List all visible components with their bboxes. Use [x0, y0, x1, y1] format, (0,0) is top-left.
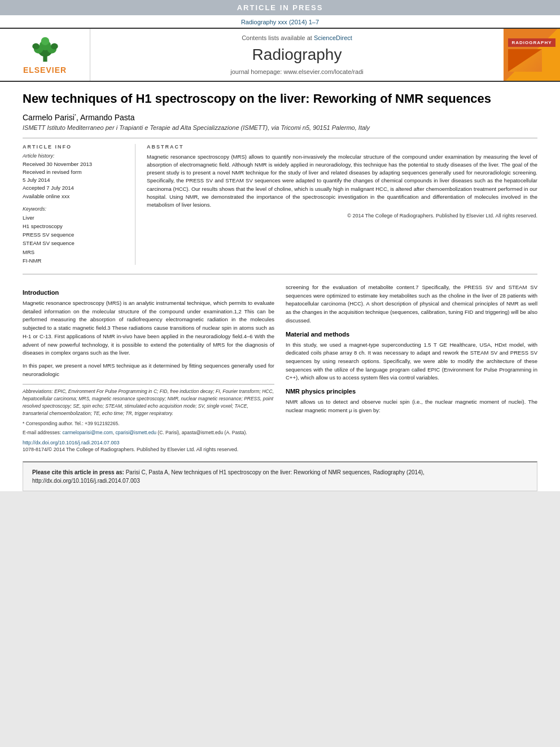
article-history-block: Article history: Received 30 November 20… [23, 153, 126, 200]
methods-p1: In this study, we used a magnet-type sup… [286, 341, 537, 383]
footnote-section: Abbreviations: EPIC, Environment For Pul… [23, 384, 274, 452]
elsevier-tree-icon [23, 35, 68, 63]
divider-2 [23, 274, 537, 274]
banner-text: ARTICLE IN PRESS [237, 3, 323, 12]
citation-text: Radiography xxx (2014) 1–7 [241, 19, 319, 25]
right-p1: screening for the evaluation of metaboli… [286, 283, 537, 325]
nmr-physics-title: NMR physics principles [286, 388, 537, 395]
right-body: screening for the evaluation of metaboli… [286, 283, 537, 325]
elsevier-logo: ELSEVIER [23, 35, 68, 75]
nmr-physics-body: NMR allows us to detect and observe nucl… [286, 398, 537, 414]
article-info-col: ARTICLE INFO Article history: Received 3… [23, 144, 135, 265]
radiography-badge: radiography [508, 38, 555, 47]
journal-title: Radiography [252, 46, 342, 64]
history-label: Article history: [23, 153, 126, 159]
sciencedirect-link[interactable]: ScienceDirect [314, 34, 352, 41]
citation-bar: Please cite this article in press as: Pa… [23, 461, 537, 491]
svg-point-6 [32, 43, 40, 50]
authors-text: Carmelo Parisi*, Armando Pasta [23, 113, 134, 122]
radiography-graphic [508, 49, 542, 72]
keyword-liver: Liver [23, 213, 126, 222]
intro-p2: In this paper, we present a novel MRS te… [23, 362, 274, 378]
received-date: Received 30 November 2013 [23, 160, 126, 168]
footnotes-content: Abbreviations: EPIC, Environment For Pul… [23, 388, 274, 416]
keywords-label: Keywords: [23, 206, 126, 212]
abstract-col: ABSTRACT Magnetic resonance spectroscopy… [147, 144, 537, 265]
keyword-press: PRESS SV sequence [23, 230, 126, 239]
body-left-col: Introduction Magnetic resonance spectros… [23, 283, 274, 452]
abstract-label: ABSTRACT [147, 144, 537, 150]
keyword-h1: H1 spectroscopy [23, 222, 126, 230]
contents-label: Contents lists available at [242, 34, 312, 41]
methods-title: Material and methods [286, 331, 537, 338]
nmr-physics-p1: NMR allows us to detect and observe nucl… [286, 398, 537, 414]
copyright-line: © 2014 The College of Radiographers. Pub… [147, 212, 537, 220]
affiliation: ISMETT Istituto Mediterraneo per i Trapi… [23, 124, 537, 131]
corresponding-label: * Corresponding author. Tel.: +39 912192… [23, 421, 120, 426]
journal-header-right: radiography [504, 29, 560, 81]
intro-p1: Magnetic resonance spectroscopy (MRS) is… [23, 299, 274, 357]
keyword-finmr: FI-NMR [23, 256, 126, 265]
body-columns: Introduction Magnetic resonance spectros… [23, 283, 537, 452]
abstract-paragraph: Magnetic resonance spectroscopy (MRS) al… [147, 153, 537, 209]
svg-point-3 [41, 37, 49, 46]
page: ARTICLE IN PRESS Radiography xxx (2014) … [0, 0, 560, 491]
journal-header-center: Contents lists available at ScienceDirec… [90, 29, 504, 81]
journal-citation: Radiography xxx (2014) 1–7 [0, 15, 560, 28]
email2-link[interactable]: cparisi@ismett.edu [116, 430, 156, 435]
article-info-label: ARTICLE INFO [23, 144, 126, 150]
methods-body: In this study, we used a magnet-type sup… [286, 341, 537, 383]
email-line: E-mail addresses: carmeloparisi@me.com, … [23, 429, 274, 436]
elsevier-label: ELSEVIER [23, 65, 67, 75]
contents-line: Contents lists available at ScienceDirec… [242, 34, 352, 41]
journal-header: ELSEVIER Contents lists available at Sci… [0, 28, 560, 82]
journal-homepage: journal homepage: www.elsevier.com/locat… [230, 68, 363, 75]
article-in-press-banner: ARTICLE IN PRESS [0, 0, 560, 15]
keywords-block: Keywords: Liver H1 spectroscopy PRESS SV… [23, 206, 126, 265]
journal-header-left: ELSEVIER [0, 29, 90, 81]
body-right-col: screening for the evaluation of metaboli… [286, 283, 537, 452]
issn-text: 1078-8174/© 2014 The College of Radiogra… [23, 447, 274, 452]
keyword-mrs: MRS [23, 248, 126, 256]
svg-point-7 [51, 43, 58, 50]
doi-text: http://dx.doi.org/10.1016/j.radi.2014.07… [23, 440, 120, 445]
intro-body: Magnetic resonance spectroscopy (MRS) is… [23, 299, 274, 378]
doi-line[interactable]: http://dx.doi.org/10.1016/j.radi.2014.07… [23, 440, 274, 445]
accepted-date: Accepted 7 July 2014 [23, 184, 126, 192]
email1-link[interactable]: carmeloparisi@me.com [62, 430, 112, 435]
info-abstract-section: ARTICLE INFO Article history: Received 3… [23, 144, 537, 265]
citation-label: Please cite this article in press as: [32, 469, 124, 475]
article-title: New techniques of H1 spectroscopy on the… [23, 91, 537, 107]
main-content: New techniques of H1 spectroscopy on the… [0, 91, 560, 491]
abstract-text: Magnetic resonance spectroscopy (MRS) al… [147, 153, 537, 220]
abbreviations-text: Abbreviations: EPIC, Environment For Pul… [23, 388, 274, 417]
divider-1 [23, 138, 537, 138]
email-suffix: (C. Parisi), apasta@ismett.edu (A. Pasta… [158, 430, 247, 435]
corresponding-author: * Corresponding author. Tel.: +39 912192… [23, 420, 274, 427]
email-label: E-mail addresses: [23, 430, 61, 435]
keyword-steam: STEAM SV sequence [23, 239, 126, 247]
intro-title: Introduction [23, 289, 274, 296]
revised-label: Received in revised form [23, 168, 126, 176]
available-online: Available online xxx [23, 193, 126, 200]
revised-date: 5 July 2014 [23, 176, 126, 184]
authors-line: Carmelo Parisi*, Armando Pasta [23, 113, 537, 122]
